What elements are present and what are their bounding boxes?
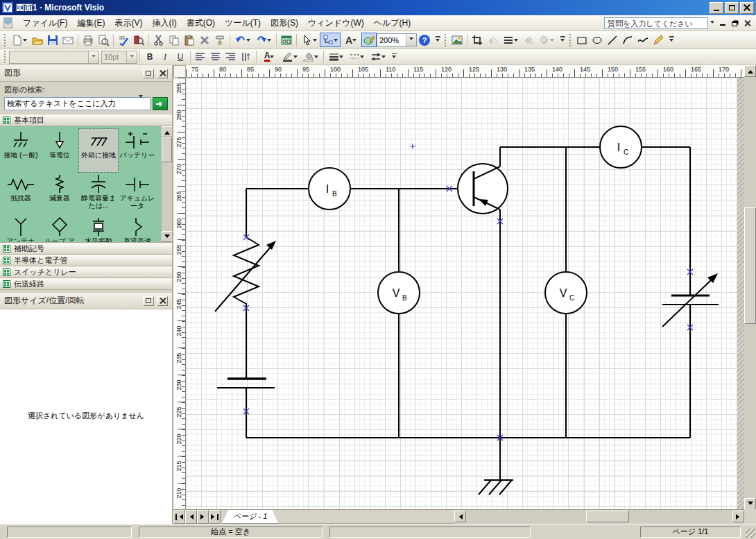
font-size-combo[interactable]: 10pt (101, 51, 137, 64)
text-vertical-button[interactable] (239, 50, 254, 65)
research-button[interactable] (131, 33, 146, 47)
transistor-shape[interactable] (458, 147, 508, 438)
toolbar-options-button[interactable] (433, 33, 442, 47)
stencil-shape-resistor[interactable]: 抵抗器 (1, 172, 40, 215)
menu-shape[interactable]: 図形(S) (266, 15, 303, 31)
toolbar-options-button[interactable] (558, 33, 567, 47)
cut-button[interactable] (151, 33, 166, 47)
panel-float-button[interactable] (143, 296, 154, 306)
scroll-up-button[interactable] (162, 126, 172, 137)
line-pattern-button[interactable] (347, 50, 368, 65)
rotate-button[interactable] (485, 33, 500, 47)
underline-button[interactable]: U (173, 50, 188, 65)
last-page-button[interactable] (209, 510, 221, 524)
redo-button[interactable] (253, 33, 274, 47)
prev-page-button[interactable] (185, 510, 197, 524)
shape-search-input[interactable]: 検索するテキストをここに入力 (4, 97, 151, 110)
menu-edit[interactable]: 編集(E) (72, 15, 110, 31)
spelling-button[interactable] (116, 33, 131, 47)
fill-color-button[interactable] (300, 50, 321, 65)
maximize-button[interactable] (725, 2, 739, 14)
save-button[interactable] (45, 33, 60, 47)
zoom-combo[interactable]: 200% (377, 33, 417, 46)
doc-restore-button[interactable] (729, 18, 741, 28)
scroll-up-button[interactable] (744, 65, 756, 77)
scroll-down-button[interactable] (162, 231, 172, 242)
stencil-scrollbar[interactable] (161, 126, 172, 242)
italic-button[interactable]: I (157, 50, 173, 65)
scroll-down-button[interactable] (744, 498, 756, 510)
stencil-shape-chassis-ground[interactable]: 外箱に接地 (79, 129, 118, 172)
scrollbar-thumb[interactable] (744, 207, 756, 324)
font-name-combo[interactable] (9, 51, 99, 64)
stencil-shape-equipotential[interactable]: 等電位 (40, 129, 79, 172)
paste-button[interactable] (182, 33, 197, 47)
ellipse-tool-button[interactable] (590, 33, 605, 47)
align-center-button[interactable] (208, 50, 223, 65)
shapes-window-button[interactable] (279, 33, 294, 47)
format-painter-button[interactable] (212, 33, 227, 47)
page-tab[interactable]: ページ - 1 (222, 510, 278, 524)
scroll-right-button[interactable] (732, 511, 744, 522)
stencil-section-switches-relays[interactable]: スイッチとリレー (0, 266, 172, 278)
email-button[interactable] (60, 33, 76, 47)
battery-shape[interactable] (217, 379, 275, 388)
toolbar-options-button[interactable] (667, 33, 676, 47)
toolbar-drag-handle[interactable] (444, 34, 447, 46)
line-ends-button[interactable] (368, 50, 388, 65)
font-color-button[interactable]: A (259, 50, 280, 65)
panel-close-button[interactable] (157, 69, 168, 78)
menu-view[interactable]: 表示(V) (110, 15, 147, 31)
line-tool-button[interactable] (605, 33, 620, 47)
stencil-section-basic-items[interactable]: 基本項目 (0, 114, 172, 126)
chevron-down-icon[interactable] (126, 51, 137, 63)
shadow-button[interactable] (536, 33, 557, 47)
toolbar-drag-handle[interactable] (3, 34, 7, 46)
print-preview-button[interactable] (96, 33, 111, 47)
stencil-shape-attenuator[interactable]: 減衰器 (40, 172, 79, 215)
align-left-button[interactable] (193, 50, 208, 65)
open-button[interactable] (30, 33, 45, 47)
first-page-button[interactable] (173, 510, 185, 524)
text-tool-button[interactable]: A (341, 33, 361, 47)
pointer-tool-button[interactable] (299, 33, 320, 47)
menu-tools[interactable]: ツール(T) (220, 15, 266, 31)
stencil-shape-loop-antenna[interactable]: ループ ア (40, 215, 79, 243)
undo-button[interactable] (232, 33, 253, 47)
line-color-button[interactable] (280, 50, 300, 65)
copy-button[interactable] (166, 33, 182, 47)
toolbar-drag-handle[interactable] (3, 51, 7, 63)
menu-window[interactable]: ウィンドウ(W) (303, 15, 369, 31)
chassis-ground-shape[interactable] (479, 438, 513, 495)
chevron-down-icon[interactable] (406, 34, 416, 46)
chevron-down-icon[interactable] (139, 98, 150, 110)
panel-close-button[interactable] (157, 296, 168, 306)
rectangle-tool-button[interactable] (574, 33, 590, 47)
drawing-page[interactable]: I B I C V B V C (186, 78, 744, 509)
panel-float-button[interactable] (143, 69, 154, 78)
line-weight-button[interactable] (326, 50, 347, 65)
arc-tool-button[interactable] (620, 33, 635, 47)
stencil-shape-battery[interactable]: バッテリー (118, 129, 157, 172)
doc-close-button[interactable] (741, 18, 753, 28)
toolbar-options-button[interactable] (390, 50, 398, 64)
print-button[interactable] (80, 33, 96, 47)
delete-button[interactable] (197, 33, 212, 47)
insert-picture-button[interactable] (449, 33, 465, 47)
fill-color-picture-button[interactable] (521, 33, 536, 47)
scrollbar-thumb[interactable] (162, 137, 172, 162)
stencil-shape-dc-highspeed[interactable]: 直流高速 (118, 215, 157, 243)
align-right-button[interactable] (223, 50, 239, 65)
close-button[interactable] (740, 2, 754, 14)
stencil-section-auxiliary[interactable]: 補助記号 (0, 243, 172, 255)
pencil-tool-button[interactable] (651, 33, 666, 47)
stencil-shape-accumulator[interactable]: アキュムレータ (118, 172, 157, 215)
new-button[interactable] (9, 33, 30, 47)
stencil-section-transmission-paths[interactable]: 伝送経路 (0, 278, 172, 290)
horizontal-scrollbar[interactable] (454, 510, 744, 524)
stencil-shape-antenna[interactable]: アンテナ (1, 215, 40, 243)
resize-grip[interactable] (746, 529, 755, 538)
scrollbar-thumb[interactable] (586, 511, 629, 522)
scroll-left-button[interactable] (454, 511, 466, 522)
menu-insert[interactable]: 挿入(I) (147, 15, 181, 31)
